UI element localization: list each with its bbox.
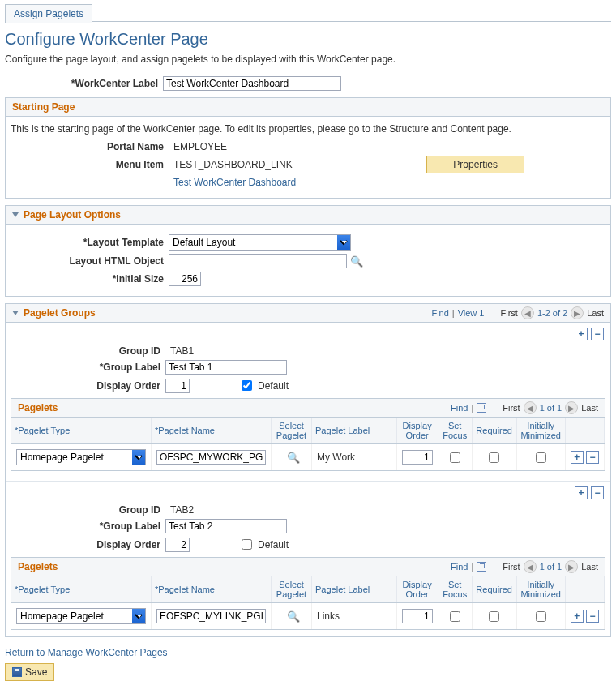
add-row-icon[interactable]: + (571, 610, 584, 623)
page-layout-section: Page Layout Options *Layout Template Def… (5, 205, 611, 297)
group-id-value: TAB2 (165, 504, 194, 516)
group-label-input[interactable] (165, 519, 287, 533)
pagelet-order-input[interactable] (402, 609, 433, 623)
last-label: Last (587, 308, 604, 318)
return-link[interactable]: Return to Manage WorkCenter Pages (5, 647, 168, 658)
prev-icon[interactable]: ◀ (524, 560, 537, 573)
collapse-icon[interactable] (12, 212, 19, 217)
workcenter-label-label: *WorkCenter Label (5, 78, 163, 89)
initially-minimized-checkbox[interactable] (536, 452, 546, 463)
col-select-pagelet[interactable]: Select Pagelet (272, 418, 312, 444)
pagelet-group: + − Group ID TAB1 *Group Label Display O… (6, 323, 610, 478)
col-display-order[interactable]: Display Order (396, 418, 438, 444)
set-focus-checkbox[interactable] (450, 452, 460, 463)
pagelets-title: Pagelets (18, 402, 58, 413)
default-label: Default (258, 539, 289, 550)
default-checkbox[interactable] (242, 539, 252, 550)
save-button[interactable]: Save (5, 663, 54, 681)
save-icon (12, 667, 22, 677)
workcenter-label-input[interactable] (163, 76, 341, 91)
collapse-icon[interactable] (12, 311, 19, 315)
pagelet-groups-section: Pagelet Groups Find | View 1 First ◀ 1-2… (5, 303, 611, 637)
delete-row-icon[interactable]: − (591, 486, 604, 499)
view-all-link[interactable]: View 1 (458, 308, 485, 318)
pagelet-type-select[interactable]: Homepage Pagelet (16, 449, 146, 465)
group-label-input[interactable] (165, 360, 287, 375)
col-pagelet-type[interactable]: *Pagelet Type (11, 576, 152, 603)
last-label: Last (581, 403, 598, 413)
add-row-icon[interactable]: + (575, 486, 588, 499)
col-initially-minimized[interactable]: Initially Minimized (516, 418, 565, 444)
required-checkbox[interactable] (489, 452, 499, 463)
col-pagelet-name[interactable]: *Pagelet Name (152, 576, 272, 603)
find-link[interactable]: Find (451, 403, 468, 413)
col-set-focus[interactable]: Set Focus (438, 418, 472, 444)
starting-page-link[interactable]: Test WorkCenter Dashboard (169, 177, 296, 188)
tab-assign-pagelets[interactable]: Assign Pagelets (5, 4, 92, 23)
col-select-pagelet[interactable]: Select Pagelet (272, 576, 312, 603)
group-id-label: Group ID (7, 504, 165, 516)
col-pagelet-type[interactable]: *Pagelet Type (11, 418, 152, 444)
next-icon[interactable]: ▶ (565, 560, 578, 573)
menu-item-label: Menu Item (11, 159, 169, 170)
col-initially-minimized[interactable]: Initially Minimized (516, 576, 565, 603)
layout-html-input[interactable] (169, 254, 347, 268)
initial-size-input[interactable] (169, 272, 201, 286)
properties-button[interactable]: Properties (426, 156, 524, 173)
default-checkbox[interactable] (242, 380, 252, 391)
add-row-icon[interactable]: + (571, 451, 584, 464)
prev-icon[interactable]: ◀ (521, 306, 534, 319)
default-label: Default (258, 380, 289, 392)
col-pagelet-name[interactable]: *Pagelet Name (152, 418, 272, 444)
initially-minimized-checkbox[interactable] (536, 611, 546, 622)
select-pagelet-lookup-icon[interactable]: 🔍 (287, 452, 300, 464)
select-pagelet-lookup-icon[interactable]: 🔍 (287, 610, 300, 623)
col-required[interactable]: Required (472, 576, 516, 603)
find-link[interactable]: Find (431, 308, 448, 318)
first-label: First (503, 562, 520, 572)
display-order-input[interactable] (165, 379, 190, 393)
delete-row-icon[interactable]: − (586, 451, 599, 464)
display-order-label: Display Order (7, 539, 165, 550)
col-display-order[interactable]: Display Order (396, 576, 438, 603)
next-icon[interactable]: ▶ (565, 401, 578, 414)
delete-row-icon[interactable]: − (586, 610, 599, 623)
display-order-input[interactable] (165, 538, 190, 552)
required-checkbox[interactable] (489, 611, 499, 622)
pagelet-order-input[interactable] (402, 450, 433, 465)
starting-page-text: This is the starting page of the WorkCen… (11, 123, 605, 135)
range-label: 1 of 1 (540, 562, 563, 572)
display-order-label: Display Order (7, 380, 165, 392)
col-required[interactable]: Required (472, 418, 516, 444)
pagelets-title: Pagelets (18, 561, 58, 572)
initial-size-label: *Initial Size (11, 273, 169, 285)
col-pagelet-label[interactable]: Pagelet Label (312, 576, 397, 603)
layout-template-select[interactable]: Default Layout (169, 234, 351, 251)
pagelets-grid: Pagelets Find | First ◀ 1 of 1 ▶ Last *P… (11, 398, 605, 471)
next-icon[interactable]: ▶ (571, 306, 584, 319)
col-pagelet-label[interactable]: Pagelet Label (312, 418, 397, 444)
find-link[interactable]: Find (451, 562, 468, 572)
layout-html-lookup-icon[interactable]: 🔍 (350, 255, 363, 268)
set-focus-checkbox[interactable] (450, 611, 460, 622)
col-set-focus[interactable]: Set Focus (438, 576, 472, 603)
pagelet-label-value: Links (312, 603, 397, 630)
delete-row-icon[interactable]: − (591, 328, 604, 340)
page-layout-title: Page Layout Options (24, 209, 121, 221)
add-row-icon[interactable]: + (575, 328, 588, 340)
pagelet-name-input[interactable] (156, 609, 266, 623)
pagelet-row: Homepage Pagelet 🔍 Links + − (11, 603, 605, 630)
popout-icon[interactable] (477, 403, 486, 413)
pagelet-name-input[interactable] (156, 450, 266, 465)
pagelet-type-select[interactable]: Homepage Pagelet (16, 608, 146, 624)
first-label: First (503, 403, 520, 413)
starting-page-title: Starting Page (12, 101, 75, 113)
pagelet-groups-title: Pagelet Groups (24, 307, 96, 319)
prev-icon[interactable]: ◀ (524, 401, 537, 414)
popout-icon[interactable] (477, 562, 486, 572)
group-label-label: *Group Label (7, 362, 165, 373)
range-label: 1 of 1 (540, 403, 563, 413)
first-label: First (501, 308, 518, 318)
page-title: Configure WorkCenter Page (5, 30, 611, 49)
pagelets-grid: Pagelets Find | First ◀ 1 of 1 ▶ Last *P… (11, 557, 605, 630)
